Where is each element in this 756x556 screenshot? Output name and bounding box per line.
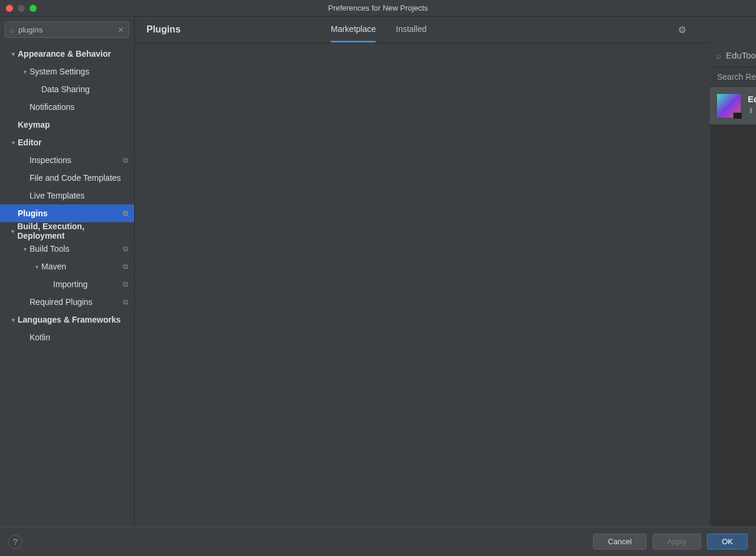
results-bar: Search Results (1) Sort By: Relevance ▾ — [710, 67, 756, 87]
apply-button[interactable]: Apply — [653, 534, 702, 550]
tree-item-label: Appearance & Behavior — [18, 49, 111, 58]
title-bar: Preferences for New Projects — [0, 0, 756, 17]
tree-item-label: Languages & Frameworks — [18, 315, 120, 324]
copy-icon[interactable]: ⧉ — [123, 298, 128, 306]
tree-item-label: Live Templates — [30, 191, 84, 200]
search-icon: ⌕ — [10, 25, 15, 34]
tree-item-label: System Settings — [30, 67, 89, 76]
copy-icon[interactable]: ⧉ — [123, 280, 128, 288]
ok-button[interactable]: OK — [707, 534, 748, 550]
preferences-tree: ▾Appearance & Behavior▾System SettingsDa… — [0, 43, 134, 526]
tree-item-build-execution-deployment[interactable]: ▾Build, Execution, Deployment — [0, 222, 134, 240]
tree-item-label: Notifications — [30, 102, 74, 112]
tab-marketplace[interactable]: Marketplace — [331, 17, 376, 43]
help-button[interactable]: ? — [8, 535, 22, 549]
chevron-down-icon: ▾ — [8, 51, 18, 57]
tree-item-importing[interactable]: Importing⧉ — [0, 275, 134, 293]
tree-item-keymap[interactable]: Keymap — [0, 116, 134, 134]
plugins-header: Plugins Marketplace Installed ⚙ — [135, 17, 710, 43]
preferences-sidebar: ⌕ ✕ ▾Appearance & Behavior▾System Settin… — [0, 17, 135, 526]
tree-item-label: Plugins — [18, 209, 48, 218]
gear-icon[interactable]: ⚙ — [678, 24, 686, 35]
maximize-window-icon[interactable] — [30, 5, 37, 12]
tree-item-inspections[interactable]: Inspections⧉ — [0, 151, 134, 169]
search-icon: ⌕ — [716, 50, 721, 60]
tree-item-label: File and Code Templates — [30, 173, 121, 183]
tree-item-label: Build Tools — [30, 244, 69, 253]
plugin-result-item[interactable]: EduTools ⬇ 1.6M ☆ 4.46 Install — [710, 87, 756, 125]
plugin-result-list: EduTools ⬇ 1.6M ☆ 4.46 Install — [710, 87, 756, 526]
plugin-icon — [717, 94, 741, 118]
tree-item-languages-frameworks[interactable]: ▾Languages & Frameworks — [0, 311, 134, 329]
tree-item-required-plugins[interactable]: Required Plugins⧉ — [0, 293, 134, 311]
close-window-icon[interactable] — [6, 5, 13, 12]
copy-icon[interactable]: ⧉ — [123, 262, 128, 271]
download-icon: ⬇ 1.6M — [748, 106, 756, 115]
tree-item-label: Build, Execution, Deployment — [17, 222, 128, 240]
tree-item-build-tools[interactable]: ▾Build Tools⧉ — [0, 240, 134, 258]
traffic-lights — [6, 5, 37, 12]
tree-item-data-sharing[interactable]: Data Sharing — [0, 80, 134, 98]
clear-search-icon[interactable]: ✕ — [118, 25, 124, 34]
tab-installed[interactable]: Installed — [396, 17, 426, 43]
tree-item-label: Importing — [53, 279, 87, 289]
tree-item-label: Editor — [18, 138, 41, 147]
plugins-search-bar[interactable]: ⌕ ✕ — [710, 43, 756, 67]
chevron-down-icon: ▾ — [8, 317, 18, 323]
tree-item-kotlin[interactable]: Kotlin — [0, 329, 134, 346]
tree-item-file-and-code-templates[interactable]: File and Code Templates — [0, 169, 134, 187]
chevron-down-icon: ▾ — [20, 246, 30, 252]
plugins-tabs: Marketplace Installed — [331, 17, 426, 43]
tree-item-appearance-behavior[interactable]: ▾Appearance & Behavior — [0, 45, 134, 63]
chevron-down-icon: ▾ — [20, 69, 30, 75]
minimize-window-icon[interactable] — [18, 5, 25, 12]
tree-item-notifications[interactable]: Notifications — [0, 98, 134, 116]
cancel-button[interactable]: Cancel — [593, 534, 646, 550]
tree-item-editor[interactable]: ▾Editor — [0, 134, 134, 151]
tree-item-label: Kotlin — [30, 333, 50, 342]
tree-item-live-templates[interactable]: Live Templates — [0, 187, 134, 204]
results-count: Search Results (1) — [717, 72, 756, 82]
copy-icon[interactable]: ⧉ — [123, 156, 128, 164]
chevron-down-icon: ▾ — [8, 139, 18, 146]
window-title: Preferences for New Projects — [328, 4, 428, 12]
preferences-search[interactable]: ⌕ ✕ — [5, 21, 129, 38]
tree-item-label: Maven — [41, 262, 66, 271]
tree-item-maven[interactable]: ▾Maven⧉ — [0, 258, 134, 275]
copy-icon[interactable]: ⧉ — [123, 245, 128, 253]
chevron-down-icon: ▾ — [8, 228, 17, 235]
tree-item-label: Inspections — [30, 155, 71, 165]
chevron-down-icon: ▾ — [32, 264, 41, 270]
plugins-search-input[interactable] — [726, 50, 756, 60]
tree-item-label: Required Plugins — [30, 297, 93, 307]
preferences-search-input[interactable] — [18, 25, 118, 34]
plugins-title: Plugins — [146, 24, 181, 35]
copy-icon[interactable]: ⧉ — [123, 209, 128, 217]
tree-item-system-settings[interactable]: ▾System Settings — [0, 63, 134, 80]
tree-item-label: Data Sharing — [41, 84, 90, 94]
tree-item-label: Keymap — [18, 120, 50, 129]
plugin-name: EduTools — [748, 94, 756, 104]
dialog-footer: ? Cancel Apply OK — [0, 526, 756, 556]
tree-item-plugins[interactable]: Plugins⧉ — [0, 204, 134, 222]
